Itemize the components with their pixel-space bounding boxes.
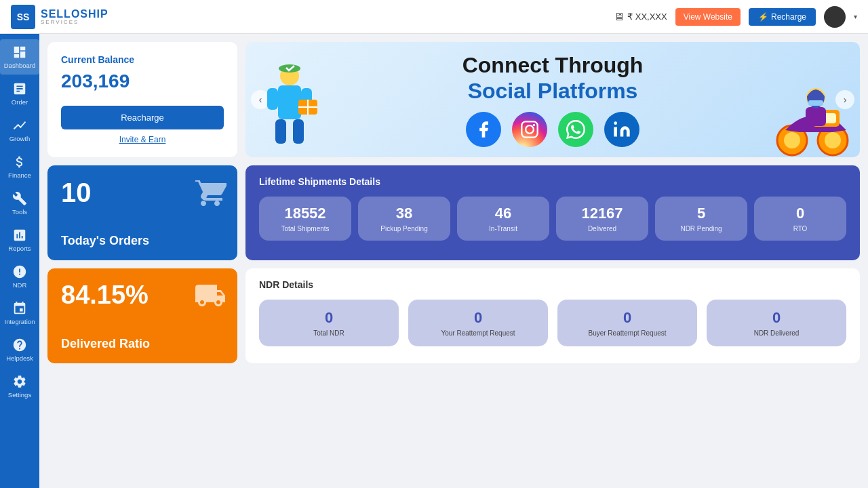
stat-label-4: NDR Pending — [666, 225, 736, 232]
shipment-stat-card-2: 46In-Transit — [457, 197, 549, 241]
banner-subtitle: Social Platforms — [462, 79, 644, 104]
stat-number-4: 5 — [666, 205, 736, 222]
delivery-person-right — [765, 62, 853, 157]
reacharge-button[interactable]: Reacharge — [61, 106, 224, 129]
ndr-stats-row: 0Total NDR0Your Reattempt Request0Buyer … — [259, 300, 846, 346]
banner: ‹ — [245, 42, 860, 157]
banner-content: Connect Through Social Platforms — [462, 52, 644, 146]
svg-point-22 — [533, 124, 536, 127]
svg-point-14 — [825, 132, 841, 148]
delivery-person-left — [259, 62, 320, 157]
stat-number-5: 0 — [765, 205, 835, 222]
avatar[interactable] — [824, 6, 846, 28]
stat-label-5: RTO — [765, 225, 835, 232]
svg-rect-20 — [521, 121, 537, 137]
ndr-panel-title: NDR Details — [259, 279, 846, 290]
sidebar-item-finance[interactable]: Finance — [0, 149, 39, 184]
dashboard-icon — [12, 45, 27, 60]
stat-label-0: Total Shipments — [270, 225, 340, 232]
sidebar-item-helpdesk[interactable]: Helpdesk — [0, 332, 39, 367]
svg-point-23 — [614, 121, 617, 125]
stat-number-2: 46 — [468, 205, 538, 222]
orders-label: Today's Orders — [61, 234, 224, 248]
main-content: Current Balance 203,169 Reacharge Invite… — [39, 34, 868, 488]
ndr-stat-card-1: 0Your Reattempt Request — [408, 300, 548, 346]
ndr-label-2: Buyer Reattempt Request — [571, 329, 684, 337]
shipment-stat-card-5: 0RTO — [754, 197, 846, 241]
ndr-stat-card-0: 0Total NDR — [259, 300, 399, 346]
shipment-stat-card-3: 12167Delivered — [556, 197, 648, 241]
logo-icon: SS — [11, 5, 35, 29]
recharge-label: Recharge — [771, 12, 806, 22]
growth-icon — [12, 118, 27, 133]
balance-card: Current Balance 203,169 Reacharge Invite… — [47, 42, 237, 157]
logo-sub: SERVICES — [41, 19, 108, 25]
stat-number-3: 12167 — [567, 205, 637, 222]
banner-title: Connect Through — [462, 52, 644, 78]
orders-icon — [194, 176, 226, 215]
stat-label-3: Delivered — [567, 225, 637, 232]
shipments-panel: Lifetime Shipments Details 18552Total Sh… — [245, 165, 860, 260]
order-icon — [12, 81, 27, 96]
logo: SS SELLOSHIP SERVICES — [11, 5, 108, 29]
sidebar-item-reports[interactable]: Reports — [0, 222, 39, 258]
shipments-panel-title: Lifetime Shipments Details — [259, 176, 846, 187]
sidebar-label-tools: Tools — [12, 208, 27, 216]
facebook-icon[interactable] — [466, 112, 501, 147]
sidebar-label-integration: Integration — [5, 318, 35, 325]
balance-label: Current Balance — [61, 54, 224, 65]
logo-name: SELLOSHIP — [41, 8, 108, 20]
topbar-balance: ₹ XX,XXX — [627, 12, 667, 22]
monitor-icon: 🖥 — [614, 11, 625, 23]
sidebar: Dashboard Order Growth Finance Tools Rep… — [0, 34, 39, 488]
bottom-row: 84.15% Delivered Ratio NDR Details 0Tota… — [47, 268, 860, 363]
ndr-number-0: 0 — [273, 309, 385, 327]
sidebar-label-growth: Growth — [9, 135, 31, 142]
balance-amount: 203,169 — [61, 70, 224, 92]
recharge-button[interactable]: ⚡ Recharge — [749, 8, 816, 26]
stat-number-1: 38 — [369, 205, 439, 222]
chevron-down-icon[interactable]: ▾ — [854, 13, 857, 20]
sidebar-label-settings: Settings — [8, 391, 31, 399]
shipments-stats-row: 18552Total Shipments38Pickup Pending46In… — [259, 197, 846, 241]
linkedin-icon[interactable] — [604, 112, 639, 147]
stats-row: 10 Today's Orders Lifetime Shipments Det… — [47, 165, 860, 260]
sidebar-item-integration[interactable]: Integration — [0, 296, 39, 331]
sidebar-label-dashboard: Dashboard — [4, 62, 35, 69]
ndr-panel: NDR Details 0Total NDR0Your Reattempt Re… — [245, 268, 860, 363]
ndr-number-1: 0 — [422, 309, 534, 327]
settings-icon — [12, 374, 27, 389]
sidebar-item-ndr[interactable]: NDR — [0, 259, 39, 294]
integration-icon — [12, 301, 27, 316]
svg-point-12 — [784, 132, 800, 148]
sidebar-label-ndr: NDR — [13, 281, 27, 289]
sidebar-item-settings[interactable]: Settings — [0, 369, 39, 404]
shipment-stat-card-1: 38Pickup Pending — [358, 197, 450, 241]
ndr-number-3: 0 — [720, 309, 833, 327]
ratio-card: 84.15% Delivered Ratio — [47, 268, 237, 363]
svg-rect-19 — [808, 100, 823, 106]
svg-rect-4 — [275, 119, 286, 144]
shipment-stat-card-0: 18552Total Shipments — [259, 197, 351, 241]
sidebar-item-tools[interactable]: Tools — [0, 186, 39, 221]
sidebar-item-growth[interactable]: Growth — [0, 113, 39, 148]
ndr-label-3: NDR Delivered — [720, 329, 833, 337]
sidebar-label-reports: Reports — [8, 245, 31, 252]
stat-label-1: Pickup Pending — [369, 225, 439, 232]
shipment-stat-card-4: 5NDR Pending — [655, 197, 747, 241]
svg-rect-1 — [278, 85, 301, 119]
sidebar-item-order[interactable]: Order — [0, 76, 39, 111]
banner-next-button[interactable]: › — [835, 90, 854, 109]
sidebar-item-dashboard[interactable]: Dashboard — [0, 39, 39, 75]
tools-icon — [12, 191, 27, 206]
ratio-label: Delivered Ratio — [61, 337, 224, 351]
stat-number-0: 18552 — [270, 205, 340, 222]
whatsapp-icon[interactable] — [558, 112, 593, 147]
instagram-icon[interactable] — [512, 112, 547, 147]
topbar: SS SELLOSHIP SERVICES 🖥 ₹ XX,XXX View We… — [0, 0, 868, 34]
svg-point-21 — [526, 125, 534, 134]
ndr-number-2: 0 — [571, 309, 684, 327]
ndr-icon — [12, 264, 27, 279]
view-website-button[interactable]: View Website — [675, 8, 741, 26]
invite-earn-link[interactable]: Invite & Earn — [61, 135, 224, 144]
